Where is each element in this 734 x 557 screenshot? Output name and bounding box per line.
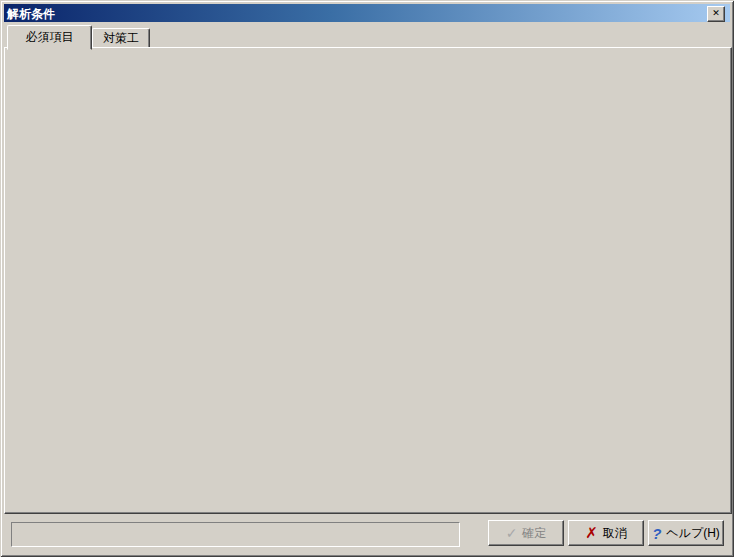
close-icon: ✕ (712, 8, 720, 18)
help-button[interactable]: ? ヘルプ(H) (648, 520, 724, 546)
check-icon: ✓ (506, 525, 518, 541)
window-title: 解析条件 (7, 5, 55, 23)
question-icon: ? (652, 525, 661, 542)
footer-panel (11, 522, 460, 547)
confirm-button: ✓ 確定 (488, 520, 564, 546)
tab-required-items[interactable]: 必須項目 (7, 25, 92, 50)
x-icon: ✗ (585, 524, 598, 542)
tab-page (4, 47, 732, 514)
cancel-button[interactable]: ✗ 取消 (568, 520, 644, 546)
analysis-conditions-dialog: 解析条件 ✕ 必須項目 対策工 一般事項 タイトル、コメント、その他: 名称設定… (0, 0, 734, 557)
tab-countermeasures[interactable]: 対策工 (92, 28, 150, 48)
title-bar: 解析条件 (4, 4, 730, 22)
close-button[interactable]: ✕ (707, 6, 725, 22)
